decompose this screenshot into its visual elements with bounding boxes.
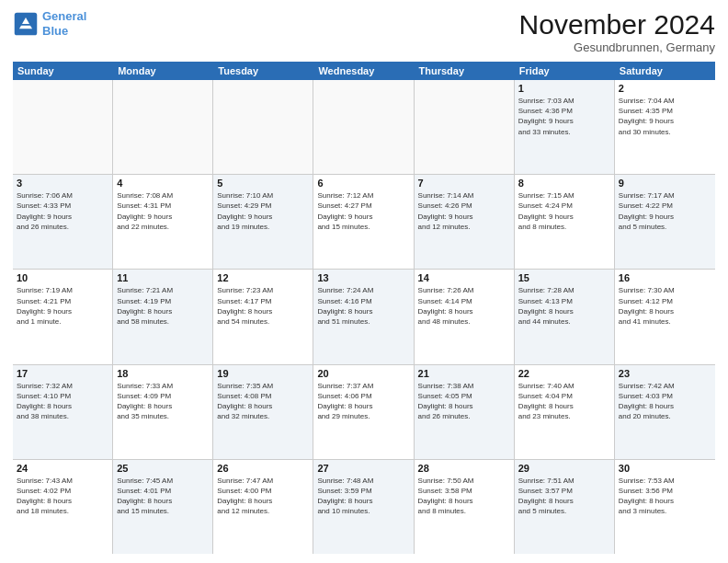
- day-number: 14: [418, 272, 510, 283]
- logo-line2: Blue: [42, 24, 68, 38]
- day-number: 8: [518, 178, 610, 189]
- week-row-3: 17Sunrise: 7:32 AM Sunset: 4:10 PM Dayli…: [13, 365, 715, 460]
- day-info: Sunrise: 7:51 AM Sunset: 3:57 PM Dayligh…: [518, 476, 610, 517]
- day-number: 10: [17, 272, 108, 283]
- day-info: Sunrise: 7:14 AM Sunset: 4:26 PM Dayligh…: [418, 190, 510, 232]
- empty-cell-0-1: [113, 80, 213, 174]
- day-info: Sunrise: 7:15 AM Sunset: 4:24 PM Dayligh…: [518, 190, 610, 232]
- day-info: Sunrise: 7:48 AM Sunset: 3:59 PM Dayligh…: [317, 476, 409, 517]
- day-info: Sunrise: 7:28 AM Sunset: 4:13 PM Dayligh…: [518, 285, 610, 327]
- day-number: 20: [317, 368, 409, 379]
- day-info: Sunrise: 7:45 AM Sunset: 4:01 PM Dayligh…: [117, 476, 209, 517]
- empty-cell-0-2: [213, 80, 313, 174]
- day-info: Sunrise: 7:50 AM Sunset: 3:58 PM Dayligh…: [418, 476, 510, 517]
- logo-icon: [13, 11, 39, 37]
- day-number: 26: [217, 463, 309, 474]
- day-info: Sunrise: 7:40 AM Sunset: 4:04 PM Dayligh…: [518, 381, 610, 422]
- day-info: Sunrise: 7:42 AM Sunset: 4:03 PM Dayligh…: [619, 381, 711, 422]
- day-number: 12: [217, 272, 309, 283]
- empty-cell-0-3: [313, 80, 414, 174]
- day-number: 6: [317, 178, 409, 189]
- week-row-4: 24Sunrise: 7:43 AM Sunset: 4:02 PM Dayli…: [13, 460, 715, 554]
- day-number: 23: [619, 368, 711, 379]
- week-row-0: 1Sunrise: 7:03 AM Sunset: 4:36 PM Daylig…: [13, 80, 715, 175]
- day-info: Sunrise: 7:26 AM Sunset: 4:14 PM Dayligh…: [418, 285, 510, 327]
- header-day-wednesday: Wednesday: [313, 62, 414, 80]
- day-cell-7: 7Sunrise: 7:14 AM Sunset: 4:26 PM Daylig…: [415, 175, 515, 269]
- day-number: 7: [418, 178, 510, 189]
- day-info: Sunrise: 7:19 AM Sunset: 4:21 PM Dayligh…: [17, 285, 108, 327]
- logo-line1: General: [42, 9, 86, 23]
- day-cell-6: 6Sunrise: 7:12 AM Sunset: 4:27 PM Daylig…: [313, 175, 414, 269]
- day-number: 13: [317, 272, 409, 283]
- header-day-monday: Monday: [113, 62, 213, 80]
- day-info: Sunrise: 7:53 AM Sunset: 3:56 PM Dayligh…: [619, 476, 711, 517]
- day-cell-8: 8Sunrise: 7:15 AM Sunset: 4:24 PM Daylig…: [515, 175, 615, 269]
- day-number: 17: [17, 368, 108, 379]
- day-number: 11: [117, 272, 209, 283]
- logo: General Blue: [13, 9, 86, 38]
- day-number: 27: [317, 463, 409, 474]
- day-info: Sunrise: 7:24 AM Sunset: 4:16 PM Dayligh…: [317, 285, 409, 327]
- month-title: November 2024: [519, 9, 715, 40]
- day-cell-16: 16Sunrise: 7:30 AM Sunset: 4:12 PM Dayli…: [615, 270, 715, 363]
- day-number: 1: [518, 83, 610, 94]
- day-cell-3: 3Sunrise: 7:06 AM Sunset: 4:33 PM Daylig…: [13, 175, 113, 269]
- page: General Blue November 2024 Gesundbrunnen…: [0, 0, 728, 563]
- day-number: 25: [117, 463, 209, 474]
- calendar: SundayMondayTuesdayWednesdayThursdayFrid…: [13, 62, 715, 554]
- day-cell-17: 17Sunrise: 7:32 AM Sunset: 4:10 PM Dayli…: [13, 365, 113, 459]
- day-number: 2: [619, 83, 711, 94]
- day-info: Sunrise: 7:43 AM Sunset: 4:02 PM Dayligh…: [17, 476, 108, 517]
- day-cell-14: 14Sunrise: 7:26 AM Sunset: 4:14 PM Dayli…: [415, 270, 515, 363]
- week-row-2: 10Sunrise: 7:19 AM Sunset: 4:21 PM Dayli…: [13, 270, 715, 364]
- header-day-saturday: Saturday: [615, 62, 715, 80]
- day-cell-26: 26Sunrise: 7:47 AM Sunset: 4:00 PM Dayli…: [213, 460, 313, 554]
- day-number: 5: [217, 178, 309, 189]
- day-info: Sunrise: 7:03 AM Sunset: 4:36 PM Dayligh…: [518, 96, 610, 137]
- day-number: 18: [117, 368, 209, 379]
- day-info: Sunrise: 7:35 AM Sunset: 4:08 PM Dayligh…: [217, 381, 309, 422]
- day-cell-10: 10Sunrise: 7:19 AM Sunset: 4:21 PM Dayli…: [13, 270, 113, 363]
- day-info: Sunrise: 7:17 AM Sunset: 4:22 PM Dayligh…: [619, 190, 711, 232]
- calendar-header: SundayMondayTuesdayWednesdayThursdayFrid…: [13, 62, 715, 80]
- day-info: Sunrise: 7:23 AM Sunset: 4:17 PM Dayligh…: [217, 285, 309, 327]
- logo-text: General Blue: [42, 9, 86, 38]
- day-cell-22: 22Sunrise: 7:40 AM Sunset: 4:04 PM Dayli…: [515, 365, 615, 459]
- empty-cell-0-4: [415, 80, 515, 174]
- day-info: Sunrise: 7:47 AM Sunset: 4:00 PM Dayligh…: [217, 476, 309, 517]
- day-number: 24: [17, 463, 108, 474]
- title-block: November 2024 Gesundbrunnen, Germany: [519, 9, 715, 54]
- day-cell-25: 25Sunrise: 7:45 AM Sunset: 4:01 PM Dayli…: [113, 460, 213, 554]
- empty-cell-0-0: [13, 80, 113, 174]
- header-day-friday: Friday: [515, 62, 615, 80]
- day-info: Sunrise: 7:33 AM Sunset: 4:09 PM Dayligh…: [117, 381, 209, 422]
- day-info: Sunrise: 7:38 AM Sunset: 4:05 PM Dayligh…: [418, 381, 510, 422]
- day-info: Sunrise: 7:21 AM Sunset: 4:19 PM Dayligh…: [117, 285, 209, 327]
- day-number: 28: [418, 463, 510, 474]
- day-info: Sunrise: 7:04 AM Sunset: 4:35 PM Dayligh…: [619, 96, 711, 137]
- day-cell-4: 4Sunrise: 7:08 AM Sunset: 4:31 PM Daylig…: [113, 175, 213, 269]
- day-cell-29: 29Sunrise: 7:51 AM Sunset: 3:57 PM Dayli…: [515, 460, 615, 554]
- day-info: Sunrise: 7:06 AM Sunset: 4:33 PM Dayligh…: [17, 190, 108, 232]
- week-row-1: 3Sunrise: 7:06 AM Sunset: 4:33 PM Daylig…: [13, 175, 715, 270]
- header-day-thursday: Thursday: [415, 62, 515, 80]
- day-cell-23: 23Sunrise: 7:42 AM Sunset: 4:03 PM Dayli…: [615, 365, 715, 459]
- day-cell-15: 15Sunrise: 7:28 AM Sunset: 4:13 PM Dayli…: [515, 270, 615, 363]
- day-cell-9: 9Sunrise: 7:17 AM Sunset: 4:22 PM Daylig…: [615, 175, 715, 269]
- calendar-body: 1Sunrise: 7:03 AM Sunset: 4:36 PM Daylig…: [13, 80, 715, 554]
- day-info: Sunrise: 7:32 AM Sunset: 4:10 PM Dayligh…: [17, 381, 108, 422]
- day-cell-21: 21Sunrise: 7:38 AM Sunset: 4:05 PM Dayli…: [415, 365, 515, 459]
- location: Gesundbrunnen, Germany: [519, 40, 715, 54]
- day-cell-20: 20Sunrise: 7:37 AM Sunset: 4:06 PM Dayli…: [313, 365, 414, 459]
- day-info: Sunrise: 7:12 AM Sunset: 4:27 PM Dayligh…: [317, 190, 409, 232]
- day-info: Sunrise: 7:30 AM Sunset: 4:12 PM Dayligh…: [619, 285, 711, 327]
- day-info: Sunrise: 7:10 AM Sunset: 4:29 PM Dayligh…: [217, 190, 309, 232]
- day-cell-11: 11Sunrise: 7:21 AM Sunset: 4:19 PM Dayli…: [113, 270, 213, 363]
- header-day-sunday: Sunday: [13, 62, 113, 80]
- day-cell-28: 28Sunrise: 7:50 AM Sunset: 3:58 PM Dayli…: [415, 460, 515, 554]
- day-number: 16: [619, 272, 711, 283]
- day-cell-1: 1Sunrise: 7:03 AM Sunset: 4:36 PM Daylig…: [515, 80, 615, 174]
- day-number: 19: [217, 368, 309, 379]
- day-cell-30: 30Sunrise: 7:53 AM Sunset: 3:56 PM Dayli…: [615, 460, 715, 554]
